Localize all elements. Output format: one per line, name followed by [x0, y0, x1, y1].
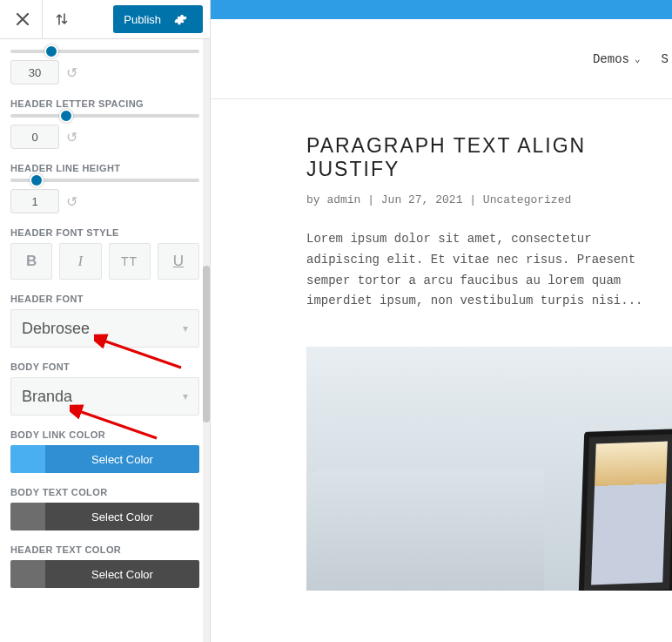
color-swatch [10, 445, 45, 473]
chevron-down-icon: ⌄ [635, 53, 641, 64]
partial-value-row: 30 ↺ [10, 60, 199, 84]
post-body: Lorem ipsum dolor sit amet, consectetur … [306, 229, 672, 312]
font-style-buttons: B I TT U [10, 243, 199, 280]
chevron-down-icon: ▾ [183, 322, 188, 335]
toolbar-divider [42, 0, 43, 39]
label-header-text-color: HEADER TEXT COLOR [10, 544, 199, 555]
partial-value[interactable]: 30 [10, 60, 59, 84]
reset-icon[interactable]: ↺ [66, 64, 77, 81]
gear-icon [168, 5, 192, 33]
preview-top-strip [211, 0, 672, 19]
body-font-select[interactable]: Branda ▾ [10, 377, 199, 416]
chevron-down-icon: ▾ [183, 390, 188, 402]
preview-content: PARAGRAPH TEXT ALIGN JUSTIFY by admin | … [211, 99, 672, 591]
italic-button[interactable]: I [59, 243, 101, 280]
image-couch [306, 469, 544, 591]
customizer-sidebar: Publish 30 ↺ HEADER LETTER SPACING 0 ↺ [0, 0, 211, 642]
letter-spacing-value[interactable]: 0 [10, 125, 59, 149]
line-height-value[interactable]: 1 [10, 189, 59, 213]
image-laptop [579, 429, 672, 591]
post-title: PARAGRAPH TEXT ALIGN JUSTIFY [306, 134, 672, 181]
letter-spacing-row: 0 ↺ [10, 125, 199, 149]
header-text-color-picker[interactable]: Select Color [10, 560, 199, 588]
app-root: Publish 30 ↺ HEADER LETTER SPACING 0 ↺ [0, 0, 672, 642]
body-font-value: Branda [22, 388, 72, 406]
preview-pane: Demos ⌄ S PARAGRAPH TEXT ALIGN JUSTIFY b… [211, 0, 672, 642]
label-body-text-color: BODY TEXT COLOR [10, 487, 199, 497]
label-header-line-height: HEADER LINE HEIGHT [10, 163, 199, 173]
header-font-select[interactable]: Debrosee ▾ [10, 309, 199, 348]
label-header-font-style: HEADER FONT STYLE [10, 227, 199, 238]
letter-spacing-slider[interactable] [10, 114, 199, 118]
label-body-link-color: BODY LINK COLOR [10, 429, 199, 440]
publish-label: Publish [124, 13, 161, 26]
publish-button[interactable]: Publish [113, 5, 203, 33]
nav-item-partial[interactable]: S [662, 52, 669, 66]
post-meta: by admin | Jun 27, 2021 | Uncategorized [306, 193, 672, 206]
bold-button[interactable]: B [10, 243, 52, 280]
close-icon [17, 13, 29, 25]
select-color-label: Select Color [45, 445, 199, 473]
slider-thumb[interactable] [30, 173, 44, 187]
reset-icon[interactable]: ↺ [66, 129, 77, 145]
controls-panel: 30 ↺ HEADER LETTER SPACING 0 ↺ HEADER LI… [0, 39, 210, 605]
sort-icon [55, 12, 69, 26]
nav-item-demos[interactable]: Demos ⌄ [593, 52, 641, 66]
slider-thumb[interactable] [59, 109, 73, 123]
line-height-row: 1 ↺ [10, 189, 199, 213]
header-font-value: Debrosee [22, 320, 90, 338]
line-height-slider[interactable] [10, 179, 199, 182]
label-header-letter-spacing: HEADER LETTER SPACING [10, 98, 199, 109]
select-color-label: Select Color [45, 560, 199, 588]
partial-slider-track[interactable] [10, 50, 199, 53]
label-body-font: BODY FONT [10, 362, 199, 372]
reset-icon[interactable]: ↺ [66, 193, 77, 210]
label-header-font: HEADER FONT [10, 294, 199, 304]
body-link-color-picker[interactable]: Select Color [10, 445, 199, 473]
scrollbar-thumb[interactable] [203, 266, 210, 422]
sidebar-scrollbar[interactable] [203, 39, 210, 642]
customizer-topbar: Publish [0, 0, 210, 39]
color-swatch [10, 503, 45, 530]
preview-nav: Demos ⌄ S [211, 19, 672, 99]
uppercase-button[interactable]: TT [109, 243, 151, 280]
featured-image [306, 347, 672, 591]
color-swatch [10, 560, 45, 588]
nav-item-label: Demos [593, 52, 629, 66]
underline-button[interactable]: U [158, 243, 199, 280]
swap-button[interactable] [46, 3, 77, 35]
body-text-color-picker[interactable]: Select Color [10, 503, 199, 530]
close-button[interactable] [7, 3, 38, 35]
image-laptop-screen [591, 442, 668, 585]
select-color-label: Select Color [45, 503, 199, 530]
slider-thumb[interactable] [44, 44, 58, 58]
